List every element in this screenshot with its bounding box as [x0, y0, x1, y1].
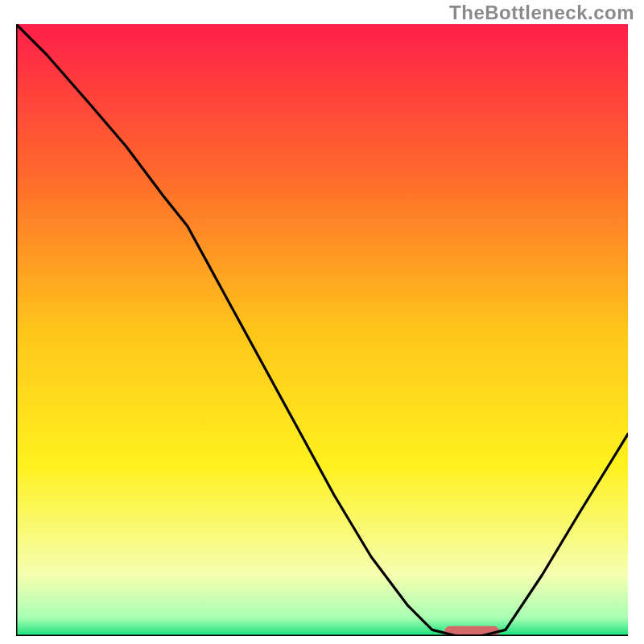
chart-svg	[16, 24, 628, 636]
svg-rect-0	[16, 24, 628, 636]
bottleneck-chart	[16, 24, 628, 636]
watermark-text: TheBottleneck.com	[449, 2, 634, 24]
chart-container: TheBottleneck.com	[0, 0, 644, 644]
